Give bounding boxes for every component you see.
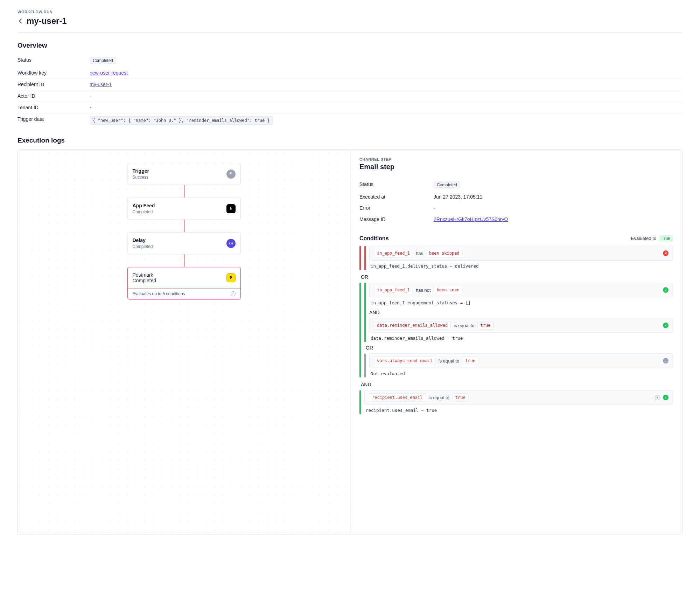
stripe-green bbox=[359, 390, 361, 414]
executed-at-value: Jun 27 2023, 17:05:11 bbox=[434, 194, 482, 200]
workflow-run-eyebrow: WORKFLOW RUN bbox=[18, 10, 682, 14]
step-detail-panel: CHANNEL STEP Email step Status Completed… bbox=[350, 150, 682, 534]
overview-table: Status Completed Workflow key new-user-r… bbox=[18, 54, 682, 127]
condition-var: data.reminder_emails_allowed bbox=[374, 321, 451, 330]
clock-icon bbox=[226, 239, 236, 248]
condition-card-5: recipient.uses_email is equal to true i … bbox=[364, 390, 673, 405]
condition-group-3: recipient.uses_email is equal to true i … bbox=[359, 390, 673, 414]
tenant-id-label: Tenant ID bbox=[18, 105, 90, 110]
skip-icon: — bbox=[663, 358, 668, 364]
cond-joiner-or: OR bbox=[364, 342, 673, 353]
condition-detail: Not evaluated bbox=[369, 368, 673, 378]
info-icon[interactable]: i bbox=[231, 291, 236, 296]
cond-joiner-and: AND bbox=[359, 379, 673, 390]
conditions-heading: Conditions bbox=[359, 235, 389, 242]
node-app-feed[interactable]: App Feed Completed k bbox=[127, 198, 241, 220]
detail-status-label: Status bbox=[359, 181, 434, 188]
stripe-green bbox=[364, 283, 366, 342]
error-label: Error bbox=[359, 205, 434, 211]
node-postmark-footer: Evaluates up to 5 conditions bbox=[133, 291, 185, 296]
condition-op: is equal to bbox=[454, 323, 474, 328]
info-icon[interactable]: i bbox=[655, 395, 660, 400]
condition-var: in_app_feed_1 bbox=[374, 249, 413, 257]
recipient-id-link[interactable]: my-user-1 bbox=[90, 82, 112, 87]
overview-heading: Overview bbox=[18, 42, 682, 49]
node-trigger-title: Trigger bbox=[133, 168, 149, 174]
tenant-id-value: - bbox=[90, 105, 91, 110]
detail-status-badge: Completed bbox=[434, 181, 460, 188]
node-postmark-sub: Completed bbox=[133, 278, 156, 283]
condition-group-2: in_app_feed_1 has not been seen ✓ in_app… bbox=[359, 283, 673, 378]
workflow-key-label: Workflow key bbox=[18, 70, 90, 76]
condition-val: true bbox=[477, 321, 494, 330]
status-label: Status bbox=[18, 57, 90, 64]
stripe-red bbox=[359, 246, 361, 270]
actor-id-value: - bbox=[90, 93, 91, 99]
app-feed-icon: k bbox=[226, 204, 236, 213]
recipient-id-label: Recipient ID bbox=[18, 82, 90, 87]
condition-detail: in_app_feed_1.delivery_status = delivere… bbox=[369, 261, 673, 270]
condition-var: vars.always_send_email bbox=[374, 357, 436, 365]
error-value: - bbox=[434, 205, 435, 211]
flag-icon bbox=[226, 170, 236, 179]
stripe-grey bbox=[364, 353, 366, 378]
evaluated-to-badge: True bbox=[659, 235, 673, 242]
cond-joiner-and: AND bbox=[369, 307, 673, 318]
condition-var: recipient.uses_email bbox=[369, 393, 426, 402]
node-trigger[interactable]: Trigger Success bbox=[127, 163, 241, 185]
step-title: Email step bbox=[359, 163, 673, 171]
node-app-feed-title: App Feed bbox=[133, 203, 155, 208]
trigger-data-value: { "new_user": { "name": "John D." }, "re… bbox=[90, 116, 273, 125]
pass-icon: ✓ bbox=[663, 287, 668, 293]
stripe-red bbox=[364, 246, 366, 270]
pass-icon: ✓ bbox=[663, 323, 668, 328]
node-postmark-title: Postmark bbox=[133, 272, 156, 278]
pass-icon: ✓ bbox=[663, 395, 668, 400]
status-badge: Completed bbox=[90, 57, 116, 64]
execution-logs-heading: Execution logs bbox=[18, 137, 682, 144]
condition-val: been seen bbox=[434, 286, 463, 294]
condition-op: is equal to bbox=[439, 358, 459, 364]
condition-card-2: in_app_feed_1 has not been seen ✓ bbox=[369, 283, 673, 297]
node-delay-sub: Completed bbox=[133, 244, 153, 249]
message-id-label: Message ID bbox=[359, 216, 434, 222]
condition-detail: recipient.uses_email = true bbox=[364, 405, 673, 414]
condition-card-1: in_app_feed_1 has been skipped ✕ bbox=[369, 246, 673, 261]
message-id-link[interactable]: 2RnxzueHrGk7oHIpzUv57S0hryO bbox=[434, 216, 508, 222]
node-trigger-sub: Success bbox=[133, 175, 149, 180]
cond-joiner-or: OR bbox=[359, 271, 673, 283]
executed-at-label: Executed at bbox=[359, 194, 434, 200]
condition-detail: data.reminder_emails_allowed = true bbox=[369, 333, 673, 342]
condition-val: true bbox=[452, 393, 469, 402]
node-delay[interactable]: Delay Completed bbox=[127, 232, 241, 254]
back-chevron-icon[interactable] bbox=[18, 18, 23, 24]
condition-detail: in_app_feed_1.engagement_statuses = [] bbox=[369, 297, 673, 307]
connector-line bbox=[184, 185, 184, 198]
condition-card-3: data.reminder_emails_allowed is equal to… bbox=[369, 318, 673, 333]
page-title: my-user-1 bbox=[27, 16, 67, 26]
node-app-feed-sub: Completed bbox=[133, 209, 155, 214]
condition-op: has bbox=[416, 251, 423, 256]
condition-val: true bbox=[462, 357, 478, 365]
condition-op: has not bbox=[416, 288, 431, 293]
condition-group-1: in_app_feed_1 has been skipped ✕ in_app_… bbox=[359, 246, 673, 270]
trigger-data-label: Trigger data bbox=[18, 116, 90, 125]
workflow-key-link[interactable]: new-user-request bbox=[90, 70, 128, 76]
postmark-icon: P bbox=[226, 273, 236, 282]
workflow-canvas: Trigger Success App Feed Completed k bbox=[18, 150, 350, 534]
evaluated-to-label: Evaluated to bbox=[631, 236, 656, 241]
condition-op: is equal to bbox=[429, 395, 449, 400]
node-delay-title: Delay bbox=[133, 237, 153, 243]
condition-card-4: vars.always_send_email is equal to true … bbox=[369, 353, 673, 368]
fail-icon: ✕ bbox=[663, 250, 668, 256]
channel-step-label: CHANNEL STEP bbox=[359, 157, 673, 161]
stripe-green bbox=[359, 283, 361, 378]
node-postmark[interactable]: Postmark Completed P Evaluates up to 5 c… bbox=[127, 267, 241, 299]
actor-id-label: Actor ID bbox=[18, 93, 90, 99]
connector-line bbox=[184, 220, 184, 232]
connector-line bbox=[184, 254, 184, 267]
condition-val: been skipped bbox=[426, 249, 463, 257]
condition-var: in_app_feed_1 bbox=[374, 286, 413, 294]
